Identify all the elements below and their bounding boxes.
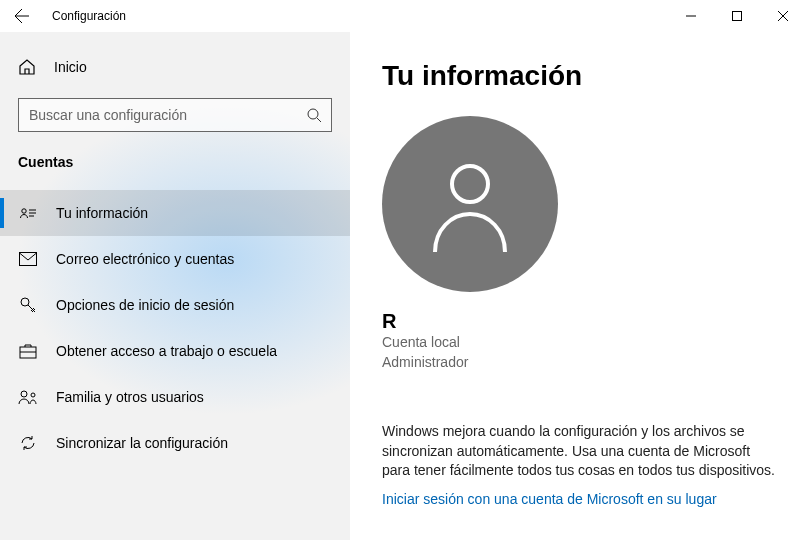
window-title: Configuración bbox=[52, 9, 126, 23]
briefcase-icon bbox=[18, 343, 38, 359]
avatar bbox=[382, 116, 558, 292]
sign-in-microsoft-link[interactable]: Iniciar sesión con una cuenta de Microso… bbox=[382, 491, 717, 507]
username: R bbox=[382, 310, 776, 333]
account-type: Cuenta local bbox=[382, 333, 776, 353]
nav-label: Opciones de inicio de sesión bbox=[56, 297, 234, 313]
svg-rect-0 bbox=[733, 12, 742, 21]
account-role: Administrador bbox=[382, 353, 776, 373]
nav-your-info[interactable]: Tu información bbox=[0, 190, 350, 236]
nav-label: Obtener acceso a trabajo o escuela bbox=[56, 343, 277, 359]
nav-family-users[interactable]: Familia y otros usuarios bbox=[0, 374, 350, 420]
nav-list: Tu información Correo electrónico y cuen… bbox=[0, 190, 350, 466]
search-input[interactable] bbox=[19, 107, 297, 123]
window-controls bbox=[668, 0, 806, 32]
sync-description: Windows mejora cuando la configuración y… bbox=[382, 422, 776, 481]
svg-point-2 bbox=[22, 209, 26, 213]
settings-window: Configuración Inicio bbox=[0, 0, 806, 540]
maximize-icon bbox=[732, 11, 742, 21]
search-icon bbox=[297, 107, 331, 123]
people-icon bbox=[18, 389, 38, 405]
back-button[interactable] bbox=[10, 4, 34, 28]
svg-point-4 bbox=[21, 298, 29, 306]
nav-sync-settings[interactable]: Sincronizar la configuración bbox=[0, 420, 350, 466]
maximize-button[interactable] bbox=[714, 0, 760, 32]
search-box[interactable] bbox=[18, 98, 332, 132]
titlebar: Configuración bbox=[0, 0, 806, 32]
minimize-icon bbox=[686, 11, 696, 21]
person-card-icon bbox=[18, 205, 38, 221]
main-panel: Tu información R Cuenta local Administra… bbox=[350, 32, 806, 540]
nav-label: Familia y otros usuarios bbox=[56, 389, 204, 405]
nav-work-school[interactable]: Obtener acceso a trabajo o escuela bbox=[0, 328, 350, 374]
home-link[interactable]: Inicio bbox=[0, 50, 350, 84]
home-label: Inicio bbox=[54, 59, 87, 75]
svg-point-7 bbox=[31, 393, 35, 397]
svg-point-6 bbox=[21, 391, 27, 397]
nav-label: Sincronizar la configuración bbox=[56, 435, 228, 451]
svg-rect-3 bbox=[20, 253, 37, 266]
nav-signin-options[interactable]: Opciones de inicio de sesión bbox=[0, 282, 350, 328]
nav-email-accounts[interactable]: Correo electrónico y cuentas bbox=[0, 236, 350, 282]
minimize-button[interactable] bbox=[668, 0, 714, 32]
home-icon bbox=[18, 58, 36, 76]
sidebar: Inicio Cuentas Tu información bbox=[0, 32, 350, 540]
content-area: Inicio Cuentas Tu información bbox=[0, 32, 806, 540]
titlebar-left: Configuración bbox=[10, 4, 126, 28]
close-icon bbox=[778, 11, 788, 21]
category-heading: Cuentas bbox=[0, 154, 350, 170]
close-button[interactable] bbox=[760, 0, 806, 32]
page-title: Tu información bbox=[382, 60, 776, 92]
arrow-left-icon bbox=[14, 8, 30, 24]
sync-icon bbox=[18, 434, 38, 452]
key-icon bbox=[18, 296, 38, 314]
nav-label: Correo electrónico y cuentas bbox=[56, 251, 234, 267]
nav-label: Tu información bbox=[56, 205, 148, 221]
person-icon bbox=[425, 154, 515, 254]
svg-point-8 bbox=[452, 166, 488, 202]
search-container bbox=[0, 98, 350, 132]
mail-icon bbox=[18, 252, 38, 266]
svg-point-1 bbox=[308, 109, 318, 119]
